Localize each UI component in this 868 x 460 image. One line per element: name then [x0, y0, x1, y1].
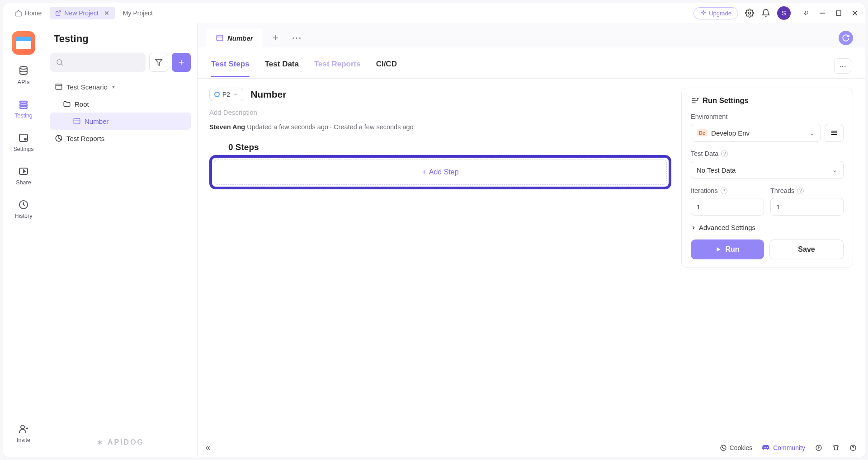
- body-area: APIs Testing Settings Share History In: [3, 23, 865, 457]
- close-window-icon[interactable]: [851, 9, 859, 17]
- sync-button[interactable]: [839, 31, 853, 45]
- doc-tab-label: Number: [227, 34, 253, 42]
- iterations-label: Iterations ?: [691, 187, 764, 194]
- settings-gear-icon[interactable]: [745, 8, 755, 18]
- svg-point-24: [722, 447, 722, 447]
- tab-test-reports[interactable]: Test Reports: [314, 60, 361, 77]
- cookie-icon: [720, 444, 727, 451]
- database-icon: [18, 66, 29, 76]
- save-button[interactable]: Save: [769, 239, 844, 259]
- steps-block: 0 Steps + Add Step: [209, 142, 671, 197]
- rail-share[interactable]: Share: [3, 163, 44, 188]
- maximize-icon[interactable]: [835, 9, 842, 17]
- priority-selector[interactable]: P2: [209, 88, 243, 101]
- upgrade-label: Upgrade: [709, 10, 731, 17]
- rail-settings[interactable]: Settings: [3, 130, 44, 155]
- threads-input[interactable]: [770, 198, 844, 216]
- sidebar: Testing + Test Scenario ▼ Root: [44, 23, 198, 457]
- env-menu-button[interactable]: [825, 124, 844, 142]
- home-tab[interactable]: Home: [9, 7, 47, 19]
- chevron-down-icon: [233, 92, 238, 97]
- community-link[interactable]: Community: [762, 444, 805, 452]
- sidebar-title: Testing: [50, 33, 191, 53]
- advanced-label: Advanced Settings: [699, 224, 755, 231]
- sliders-icon: [18, 132, 29, 143]
- help-icon[interactable]: ?: [721, 150, 728, 157]
- upgrade-button[interactable]: Upgrade: [693, 7, 738, 19]
- bell-icon[interactable]: [761, 8, 771, 18]
- tab-test-steps[interactable]: Test Steps: [211, 60, 250, 77]
- svg-point-10: [24, 138, 26, 140]
- tab-cicd[interactable]: CI/CD: [376, 60, 397, 77]
- refresh-icon: [842, 34, 850, 42]
- user-plus-icon: [18, 423, 29, 434]
- doc-tab-more[interactable]: ⋯: [288, 30, 305, 46]
- home-label: Home: [25, 9, 42, 17]
- testdata-select[interactable]: No Test Data ⌄: [691, 161, 844, 179]
- advanced-settings-toggle[interactable]: Advanced Settings: [691, 224, 844, 231]
- minimize-icon[interactable]: [819, 9, 826, 17]
- rail-apis-label: APIs: [18, 79, 29, 85]
- detail-body: P2 Number Add Description Steven Ang Upd…: [198, 79, 865, 438]
- tree-test-reports[interactable]: Test Reports: [50, 130, 191, 147]
- svg-rect-6: [20, 101, 27, 103]
- close-icon[interactable]: ✕: [104, 9, 109, 17]
- external-icon: [55, 10, 61, 16]
- inner-tab-more[interactable]: ⋯: [834, 58, 851, 74]
- detail-left: P2 Number Add Description Steven Ang Upd…: [209, 88, 671, 429]
- rail-history[interactable]: History: [3, 197, 44, 222]
- rail-testing[interactable]: Testing: [3, 96, 44, 122]
- iterations-input[interactable]: [691, 198, 764, 216]
- tree-root[interactable]: Root: [50, 95, 191, 113]
- titlebar-left: Home New Project ✕ My Project: [9, 7, 691, 19]
- run-settings-title: Run Settings: [691, 96, 844, 105]
- rail-settings-label: Settings: [13, 146, 33, 152]
- tree-item-number[interactable]: Number: [50, 113, 191, 130]
- svg-rect-16: [56, 84, 62, 89]
- environment-select[interactable]: De Develop Env ⌄: [691, 124, 821, 142]
- upload-icon[interactable]: [815, 444, 822, 451]
- avatar[interactable]: S: [777, 6, 791, 20]
- shirt-icon[interactable]: [832, 444, 840, 451]
- svg-point-25: [723, 448, 724, 448]
- rail-apis[interactable]: APIs: [3, 63, 44, 88]
- chevron-right-icon: [691, 225, 696, 230]
- pin-icon[interactable]: [802, 9, 810, 17]
- svg-point-5: [20, 66, 27, 69]
- rail-share-label: Share: [16, 179, 31, 186]
- add-doc-tab[interactable]: +: [268, 30, 284, 46]
- add-scenario-button[interactable]: +: [172, 53, 191, 72]
- doc-tab-number[interactable]: Number: [206, 28, 263, 47]
- layers-icon: [18, 99, 29, 110]
- env-label: Environment: [691, 113, 844, 120]
- svg-rect-17: [74, 118, 80, 124]
- help-icon[interactable]: ?: [797, 188, 804, 194]
- tab-test-data[interactable]: Test Data: [265, 60, 299, 77]
- priority-dot-icon: [214, 92, 220, 97]
- tree-item-number-label: Number: [85, 117, 108, 125]
- pie-icon: [55, 134, 63, 142]
- my-project-tab[interactable]: My Project: [118, 7, 158, 19]
- cookies-label: Cookies: [730, 444, 753, 451]
- my-project-label: My Project: [123, 9, 153, 17]
- search-input[interactable]: [50, 53, 146, 72]
- tree-test-scenario[interactable]: Test Scenario ▼: [50, 78, 191, 95]
- new-project-tab[interactable]: New Project ✕: [50, 7, 114, 19]
- add-step-button[interactable]: + Add Step: [214, 160, 667, 185]
- app-logo[interactable]: [12, 31, 35, 55]
- brand-label: APIDOG: [108, 438, 144, 447]
- folder-icon: [63, 100, 71, 108]
- svg-point-13: [21, 425, 24, 429]
- sidebar-brand: ✶ APIDOG: [50, 432, 191, 453]
- filter-button[interactable]: [149, 53, 168, 72]
- cookies-link[interactable]: Cookies: [720, 444, 753, 451]
- rail-invite[interactable]: Invite: [3, 421, 44, 446]
- description-input[interactable]: Add Description: [209, 108, 671, 116]
- scenario-icon: [55, 83, 63, 91]
- scenario-title[interactable]: Number: [250, 89, 286, 100]
- collapse-panel-button[interactable]: «: [206, 443, 210, 452]
- help-icon[interactable]: ?: [721, 188, 727, 194]
- priority-label: P2: [222, 91, 230, 98]
- run-button[interactable]: Run: [691, 239, 764, 259]
- help-circle-icon[interactable]: [849, 444, 857, 451]
